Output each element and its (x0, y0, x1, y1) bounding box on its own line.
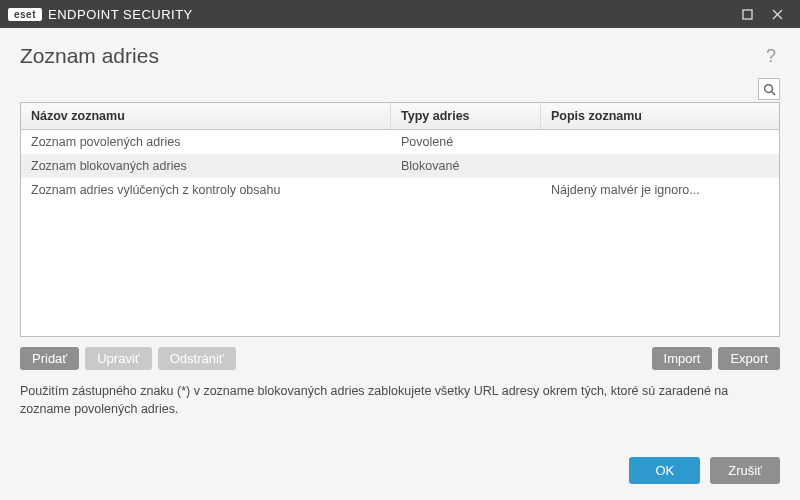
cell-name: Zoznam adries vylúčených z kontroly obsa… (21, 178, 391, 202)
svg-rect-0 (743, 10, 752, 19)
table-row[interactable]: Zoznam blokovaných adries Blokované (21, 154, 779, 178)
column-header-type[interactable]: Typy adries (391, 103, 541, 129)
cell-type (391, 178, 541, 202)
address-list-table: Názov zoznamu Typy adries Popis zoznamu … (20, 102, 780, 337)
cell-desc: Nájdený malvér je ignoro... (541, 178, 779, 202)
table-body: Zoznam povolených adries Povolené Zoznam… (21, 130, 779, 336)
table-row[interactable]: Zoznam povolených adries Povolené (21, 130, 779, 154)
page-title: Zoznam adries (20, 44, 159, 68)
cell-type: Blokované (391, 154, 541, 178)
table-header: Názov zoznamu Typy adries Popis zoznamu (21, 103, 779, 130)
maximize-icon (742, 9, 753, 20)
dialog-header: Zoznam adries ? (0, 28, 800, 78)
cell-name: Zoznam povolených adries (21, 130, 391, 154)
hint-text: Použitím zástupného znaku (*) v zozname … (0, 378, 800, 418)
action-row: Pridať Upraviť Odstrániť Import Export (0, 337, 800, 378)
brand-pill: eset (8, 8, 42, 21)
search-row (0, 78, 800, 102)
add-button[interactable]: Pridať (20, 347, 79, 370)
brand-text: ENDPOINT SECURITY (48, 7, 193, 22)
help-button[interactable]: ? (762, 46, 780, 67)
svg-line-4 (771, 91, 775, 95)
close-icon (772, 9, 783, 20)
edit-button[interactable]: Upraviť (85, 347, 151, 370)
brand: eset ENDPOINT SECURITY (8, 7, 193, 22)
search-icon (763, 83, 776, 96)
cancel-button[interactable]: Zrušiť (710, 457, 780, 484)
column-header-name[interactable]: Názov zoznamu (21, 103, 391, 129)
window-close-button[interactable] (762, 0, 792, 28)
cell-type: Povolené (391, 130, 541, 154)
search-button[interactable] (758, 78, 780, 100)
cell-desc (541, 154, 779, 178)
column-header-desc[interactable]: Popis zoznamu (541, 103, 779, 129)
titlebar: eset ENDPOINT SECURITY (0, 0, 800, 28)
cell-name: Zoznam blokovaných adries (21, 154, 391, 178)
window-maximize-button[interactable] (732, 0, 762, 28)
cell-desc (541, 130, 779, 154)
ok-button[interactable]: OK (629, 457, 700, 484)
import-button[interactable]: Import (652, 347, 713, 370)
remove-button[interactable]: Odstrániť (158, 347, 236, 370)
dialog-footer: OK Zrušiť (0, 443, 800, 500)
svg-point-3 (764, 84, 772, 92)
table-row[interactable]: Zoznam adries vylúčených z kontroly obsa… (21, 178, 779, 202)
export-button[interactable]: Export (718, 347, 780, 370)
